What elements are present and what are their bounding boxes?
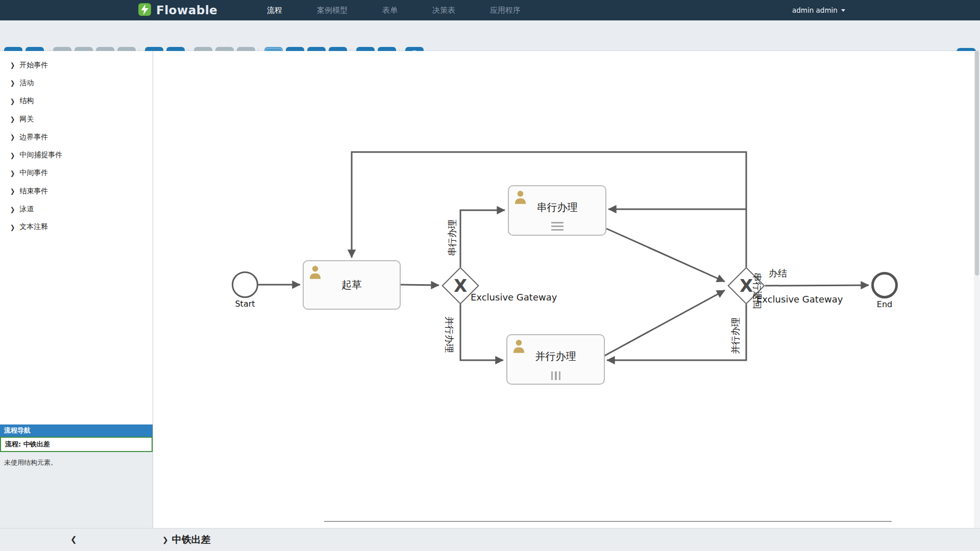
flow-parallel-to-gateway2[interactable]: [604, 290, 725, 356]
sequential-multi-instance-icon: [551, 222, 564, 231]
chevron-right-icon: ❯: [10, 206, 15, 213]
palette-group-label: 结束事件: [19, 187, 48, 196]
vertical-scrollbar-thumb[interactable]: [975, 51, 979, 276]
flow-label-parallel-branch: 并行办理: [443, 304, 455, 365]
flow-label-serial-branch: 串行办理: [446, 207, 458, 268]
process-title-bar[interactable]: ❯ 中铁出差: [162, 533, 211, 546]
chevron-right-icon: ❯: [10, 133, 15, 141]
process-name: 中铁出差: [172, 533, 211, 546]
end-event[interactable]: [871, 272, 898, 298]
flow-connectors: [153, 51, 980, 528]
user-task-parallel[interactable]: 并行办理: [506, 334, 605, 385]
flow-draft-to-gateway1[interactable]: [401, 285, 439, 285]
process-navigator-note: 未使用结构元素。: [0, 452, 153, 528]
palette-group-activities[interactable]: ❯ 活动: [0, 74, 153, 92]
collapse-sidebar-chevron[interactable]: ❮: [70, 535, 77, 544]
flowable-logo[interactable]: Flowable: [138, 0, 217, 20]
palette-group-label: 结构: [19, 96, 34, 106]
palette-group-label: 中间事件: [19, 168, 48, 178]
palette-group-label: 边界事件: [19, 133, 48, 142]
chevron-right-icon: ❯: [10, 187, 15, 195]
user-menu[interactable]: admin admin: [792, 0, 845, 20]
vertical-scrollbar: [974, 51, 980, 528]
chevron-right-icon: ❯: [10, 115, 15, 123]
palette-group-label: 中间捕捉事件: [19, 151, 62, 160]
flow-label-serial-return: 串行退回: [751, 260, 763, 321]
bottom-bar: ❮ ❯ 中铁出差: [0, 528, 980, 551]
tab-decision-tables[interactable]: 决策表: [432, 6, 455, 15]
palette-group-swimlanes[interactable]: ❯ 泳道: [0, 200, 153, 218]
palette-groups: ❯ 开始事件 ❯ 活动 ❯ 结构 ❯ 网关 ❯ 边界事件 ❯ 中间捕捉事件: [0, 56, 153, 236]
tab-case-models[interactable]: 案例模型: [317, 6, 348, 15]
palette-sidebar: ❯ 开始事件 ❯ 活动 ❯ 结构 ❯ 网关 ❯ 边界事件 ❯ 中间捕捉事件: [0, 51, 153, 528]
task-label: 并行办理: [535, 349, 576, 363]
start-event[interactable]: [232, 271, 258, 298]
tab-forms[interactable]: 表单: [382, 6, 398, 15]
diagram-canvas[interactable]: Start End 起草 串行办理: [153, 51, 980, 528]
palette-group-start-events[interactable]: ❯ 开始事件: [0, 56, 153, 74]
palette-group-label: 泳道: [19, 205, 34, 214]
flow-gateway1-to-serial[interactable]: [460, 210, 505, 267]
palette-group-text-annotation[interactable]: ❯ 文本注释: [0, 218, 153, 236]
canvas-bottom-rule: [324, 521, 892, 522]
chevron-right-icon: ❯: [10, 97, 15, 105]
user-icon: [309, 265, 322, 281]
flowable-logo-icon: [138, 3, 152, 18]
user-name: admin admin: [792, 6, 838, 14]
user-task-draft[interactable]: 起草: [303, 260, 401, 310]
user-task-serial[interactable]: 串行办理: [508, 185, 606, 236]
top-navbar: Flowable 流程 案例模型 表单 决策表 应用程序 admin admin: [0, 0, 980, 20]
palette-group-label: 文本注释: [19, 222, 48, 232]
palette-group-label: 活动: [19, 79, 34, 88]
editor-toolbar: ?: [0, 20, 980, 51]
palette-group-intermediate-catching-events[interactable]: ❯ 中间捕捉事件: [0, 146, 153, 164]
user-icon: [512, 339, 525, 355]
tab-apps[interactable]: 应用程序: [490, 6, 521, 15]
process-navigator-current[interactable]: 流程: 中铁出差: [0, 437, 153, 452]
tab-processes[interactable]: 流程: [267, 6, 282, 15]
flow-gateway1-to-parallel[interactable]: [460, 304, 503, 360]
chevron-right-icon: ❯: [10, 79, 15, 87]
task-label: 起草: [341, 278, 362, 292]
palette-group-gateways[interactable]: ❯ 网关: [0, 110, 153, 128]
task-label: 串行办理: [537, 201, 578, 214]
parallel-multi-instance-icon: [551, 371, 561, 380]
palette-group-label: 开始事件: [19, 61, 48, 70]
flow-serial-to-gateway2[interactable]: [606, 229, 725, 282]
user-icon: [514, 190, 527, 206]
exclusive-gateway-left-label: Exclusive Gateway: [471, 292, 557, 303]
chevron-right-icon: ❯: [10, 152, 15, 159]
flowable-modeler-app: Flowable 流程 案例模型 表单 决策表 应用程序 admin admin: [0, 0, 980, 551]
chevron-right-icon: ❯: [162, 536, 168, 544]
flow-label-complete: 办结: [769, 267, 787, 280]
flow-label-parallel-return: 并行办理: [729, 305, 742, 366]
end-event-label: End: [859, 299, 910, 309]
flowable-logo-text: Flowable: [156, 4, 217, 17]
palette-group-intermediate-events[interactable]: ❯ 中间事件: [0, 164, 153, 182]
exclusive-gateway-right-label: Exclusive Gateway: [756, 294, 843, 305]
flow-gateway2-parallel-return[interactable]: [607, 304, 746, 360]
chevron-right-icon: ❯: [10, 61, 15, 69]
palette-group-boundary-events[interactable]: ❯ 边界事件: [0, 128, 153, 146]
flow-gateway2-to-end[interactable]: [765, 285, 869, 286]
process-navigator-panel: 流程导航 流程: 中铁出差 未使用结构元素。: [0, 424, 153, 528]
chevron-down-icon: [841, 9, 845, 12]
chevron-right-icon: ❯: [10, 169, 15, 177]
palette-group-label: 网关: [19, 115, 34, 124]
palette-group-structural[interactable]: ❯ 结构: [0, 92, 153, 110]
nav-tabs: 流程 案例模型 表单 决策表 应用程序: [267, 0, 521, 20]
start-event-label: Start: [219, 299, 271, 309]
palette-group-end-events[interactable]: ❯ 结束事件: [0, 182, 153, 200]
chevron-right-icon: ❯: [10, 223, 15, 231]
process-navigator-title: 流程导航: [0, 424, 153, 437]
